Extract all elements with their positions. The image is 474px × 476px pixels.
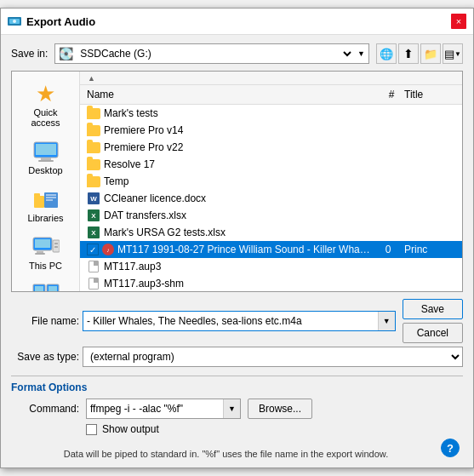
sidebar-item-this-pc[interactable]: This PC — [16, 232, 76, 274]
file-item-name: Resolve 17 — [104, 158, 372, 170]
list-item[interactable]: Premiere Pro v14 — [80, 122, 462, 139]
svg-rect-18 — [54, 243, 58, 244]
sidebar-item-libraries[interactable]: Libraries — [16, 184, 76, 227]
up-icon: ⬆ — [403, 47, 414, 60]
savetype-select-wrap: (external program) — [83, 347, 463, 367]
back-icon: 🌐 — [380, 48, 393, 60]
folder-icon — [87, 158, 100, 170]
excel-file-icon: X — [87, 227, 100, 238]
show-output-checkbox[interactable] — [86, 424, 97, 435]
svg-rect-6 — [38, 160, 54, 162]
title-bar: Export Audio × — [1, 9, 473, 35]
views-icon: ▤ — [444, 48, 454, 60]
list-item[interactable]: Temp — [80, 173, 462, 190]
sidebar-item-label-quick-access: Quick access — [20, 107, 72, 128]
show-output-row: Show output — [86, 423, 463, 435]
folder-icon — [87, 124, 100, 136]
svg-rect-10 — [46, 194, 56, 196]
svg-rect-7 — [34, 196, 44, 208]
bottom-row: Data will be piped to standard in. "%f" … — [11, 439, 463, 461]
svg-rect-8 — [34, 193, 40, 197]
file-list: Mark's tests Premiere Pro v14 Pr — [80, 105, 462, 291]
command-input[interactable] — [87, 399, 223, 418]
sort-arrow-icon: ▲ — [88, 74, 95, 83]
aup3-file-icon — [87, 261, 100, 272]
audio-file-icon: ♪ — [102, 244, 114, 255]
dialog-icon — [8, 14, 21, 28]
right-panel: ▲ Name # Title Mark's tests — [80, 72, 462, 291]
list-item[interactable]: W CCleaner licence.docx — [80, 190, 462, 207]
file-item-name: Mark's URSA G2 tests.xlsx — [104, 227, 372, 238]
save-in-row: Save in: 💽 SSDCache (G:) ▼ 🌐 ⬆ 📁 ▤ ▼ — [11, 43, 463, 64]
svg-point-2 — [13, 20, 16, 23]
list-item[interactable]: MT117.aup3 — [80, 258, 462, 275]
views-dropdown-arrow-icon: ▼ — [454, 50, 461, 58]
command-dropdown-arrow[interactable]: ▼ — [223, 399, 240, 418]
svg-rect-14 — [35, 239, 50, 248]
save-in-select[interactable]: SSDCache (G:) — [77, 47, 354, 60]
sidebar-item-network[interactable]: Network — [16, 279, 76, 291]
browse-button[interactable]: Browse... — [248, 399, 312, 419]
list-item[interactable]: Resolve 17 — [80, 156, 462, 173]
file-item-name: Mark's tests — [104, 107, 372, 119]
filename-dropdown-wrap: ▼ — [83, 311, 396, 331]
filename-dropdown-arrow[interactable]: ▼ — [378, 312, 395, 330]
dropdown-arrow-icon: ▼ — [357, 49, 365, 58]
info-text: Data will be piped to standard in. "%f" … — [11, 448, 441, 461]
main-area: ★ Quick access Desktop — [11, 71, 463, 292]
svg-rect-21 — [35, 286, 43, 291]
new-folder-button[interactable]: 📁 — [420, 43, 441, 64]
cancel-button[interactable]: Cancel — [403, 323, 463, 343]
show-output-label: Show output — [102, 423, 159, 435]
header-title: Title — [404, 89, 455, 100]
list-item[interactable]: Mark's tests — [80, 105, 462, 122]
svg-rect-4 — [36, 144, 56, 155]
list-item[interactable]: X DAT transfers.xlsx — [80, 207, 462, 224]
filename-row: File name: ▼ Save Cancel — [11, 299, 463, 343]
file-item-name: MT117.aup3 — [104, 261, 372, 272]
dialog-title: Export Audio — [26, 15, 446, 28]
file-item-name: DAT transfers.xlsx — [104, 209, 372, 221]
savetype-label: Save as type: — [11, 351, 79, 363]
help-button[interactable]: ? — [441, 439, 460, 457]
close-button[interactable]: × — [451, 14, 466, 29]
up-button[interactable]: ⬆ — [398, 43, 419, 64]
back-button[interactable]: 🌐 — [376, 43, 397, 64]
format-section-title: Format Options — [11, 381, 463, 393]
network-icon — [31, 283, 61, 291]
save-button[interactable]: Save — [403, 299, 463, 319]
sidebar-item-desktop[interactable]: Desktop — [16, 136, 76, 179]
dialog-body: Save in: 💽 SSDCache (G:) ▼ 🌐 ⬆ 📁 ▤ ▼ — [1, 35, 473, 467]
sidebar-item-label-libraries: Libraries — [27, 213, 63, 223]
filename-input[interactable] — [83, 312, 378, 330]
list-item[interactable]: Premiere Pro v22 — [80, 139, 462, 156]
checkbox-icon: ✓ — [87, 244, 99, 255]
desktop-icon — [31, 140, 61, 163]
save-in-label: Save in: — [11, 48, 48, 60]
savetype-row: Save as type: (external program) — [11, 347, 463, 367]
savetype-select[interactable]: (external program) — [83, 347, 462, 366]
save-in-dropdown[interactable]: 💽 SSDCache (G:) ▼ — [54, 43, 369, 64]
left-panel: ★ Quick access Desktop — [12, 72, 80, 291]
list-item-selected[interactable]: ✓ ♪ MT117 1991-08-27 Prince William Soun… — [80, 241, 462, 258]
filename-label: File name: — [11, 315, 79, 327]
folder-icon — [87, 141, 100, 153]
svg-rect-5 — [41, 158, 51, 160]
file-list-header: Name # Title — [80, 85, 462, 105]
this-pc-icon — [31, 235, 61, 259]
sidebar-item-label-desktop: Desktop — [28, 165, 62, 175]
list-item[interactable]: MT117.aup3-shm — [80, 275, 462, 291]
quick-access-icon: ★ — [31, 82, 61, 106]
list-item[interactable]: X Mark's URSA G2 tests.xlsx — [80, 224, 462, 241]
sidebar-item-quick-access[interactable]: ★ Quick access — [16, 78, 76, 131]
new-folder-icon: 📁 — [424, 48, 437, 60]
file-item-name: Temp — [104, 175, 372, 187]
file-item-name: MT117.aup3-shm — [104, 278, 372, 290]
views-button[interactable]: ▤ ▼ — [443, 43, 463, 64]
libraries-icon — [31, 187, 61, 211]
aup3shm-file-icon — [87, 278, 100, 290]
file-item-name: Premiere Pro v14 — [104, 124, 372, 136]
file-item-name: CCleaner licence.docx — [104, 192, 372, 204]
command-row: Command: ▼ Browse... — [18, 399, 463, 419]
toolbar-icons: 🌐 ⬆ 📁 ▤ ▼ — [376, 43, 463, 64]
